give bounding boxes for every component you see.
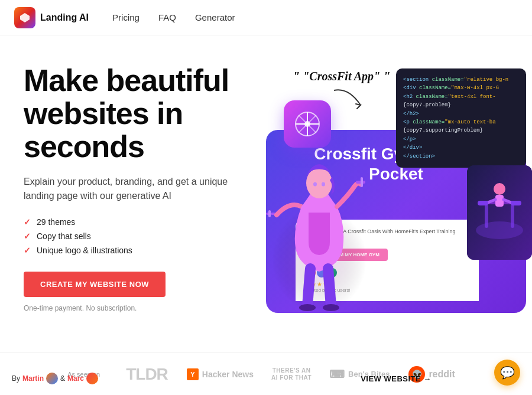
hero-left: Make beautiful websites in seconds Expla… [0, 35, 260, 395]
svg-rect-10 [361, 177, 363, 187]
svg-point-1 [304, 121, 310, 127]
speech-bubble: "CrossFit App" [293, 68, 390, 84]
svg-point-12 [323, 304, 339, 311]
bottom-banner: As seen on TLDR Y Hacker News THERE'S AN… [0, 352, 532, 395]
cta-button[interactable]: CREATE MY WEBSITE NOW [24, 272, 166, 297]
svg-rect-13 [467, 165, 532, 260]
brand-name: Landing AI [40, 12, 89, 23]
author1-avatar [46, 373, 58, 384]
nav-faq[interactable]: FAQ [158, 12, 176, 22]
svg-point-8 [322, 182, 325, 187]
code-card: <section className="relative bg-n <div c… [396, 68, 526, 168]
tldr-logo: TLDR [126, 365, 168, 384]
logo-container[interactable]: Landing AI [14, 7, 89, 28]
main-layout: Make beautiful websites in seconds Expla… [0, 35, 532, 395]
svg-point-7 [313, 182, 317, 187]
svg-rect-20 [511, 201, 521, 205]
author2-avatar [86, 373, 98, 384]
feature-item-3: ✓ Unique logo & illustrations [24, 246, 241, 255]
cta-note: One-time payment. No subscription. [24, 304, 241, 312]
svg-point-11 [299, 304, 316, 311]
nav-links: Pricing FAQ Generator [112, 12, 235, 22]
svg-point-6 [306, 168, 332, 198]
nav-pricing[interactable]: Pricing [112, 12, 140, 22]
author2-name[interactable]: Marc [67, 374, 84, 383]
feature-list: ✓ 29 themes ✓ Copy that sells ✓ Unique l… [24, 217, 241, 255]
nav-generator[interactable]: Generator [195, 12, 235, 22]
by-authors: By Martin & Marc [12, 373, 98, 384]
arrow-icon [331, 87, 366, 111]
check-icon-3: ✓ [24, 246, 31, 255]
check-icon-1: ✓ [24, 217, 31, 227]
side-gym-image [467, 165, 532, 260]
svg-rect-18 [495, 195, 504, 207]
check-icon-2: ✓ [24, 231, 31, 241]
svg-rect-19 [478, 201, 488, 205]
hero-right: "CrossFit App" <section className="relat… [260, 35, 532, 395]
logo-icon [14, 7, 35, 28]
view-website-link[interactable]: VIEW WEBSITE → [361, 374, 432, 383]
navbar: Landing AI Pricing FAQ Generator [0, 0, 532, 35]
hero-subtitle: Explain your product, branding, and get … [24, 175, 236, 203]
feature-item-1: ✓ 29 themes [24, 217, 241, 227]
gym-person-illustration [266, 154, 378, 313]
svg-rect-4 [268, 210, 271, 217]
chat-button[interactable]: 💬 [494, 360, 520, 386]
svg-point-21 [476, 221, 523, 239]
svg-point-17 [494, 183, 505, 195]
hero-title: Make beautiful websites in seconds [24, 64, 241, 163]
app-icon [284, 100, 331, 148]
theresanai-logo: THERE'S ANAI FOR THAT [271, 367, 312, 381]
feature-item-2: ✓ Copy that sells [24, 231, 241, 241]
author1-name[interactable]: Martin [22, 374, 44, 383]
hackernews-logo: Y Hacker News [187, 368, 254, 380]
